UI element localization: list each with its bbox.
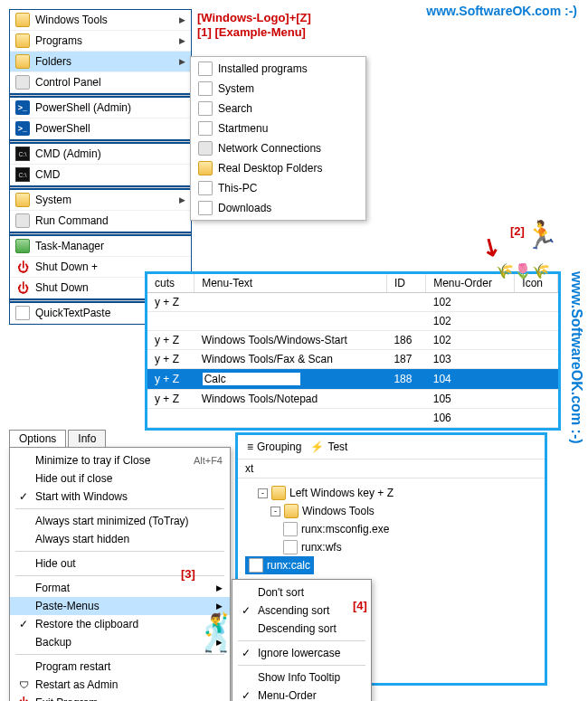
table-row[interactable]: y + ZWindows Tools/Windows-Start186102 bbox=[147, 331, 558, 350]
cell-id[interactable] bbox=[386, 409, 425, 428]
menu-item[interactable]: C:\CMD (Admin) bbox=[10, 144, 191, 165]
cell-text[interactable] bbox=[194, 293, 387, 312]
options-item-label: Paste-Menus bbox=[35, 600, 211, 612]
options-item[interactable]: Format▶ bbox=[10, 579, 230, 597]
cell-text[interactable] bbox=[194, 369, 387, 390]
cell-order[interactable]: 104 bbox=[426, 369, 515, 390]
cell-cut[interactable]: y + Z bbox=[147, 331, 194, 350]
cell-id[interactable] bbox=[386, 293, 425, 312]
menu-item-label: Shut Down bbox=[35, 281, 89, 294]
cell-cut[interactable] bbox=[147, 409, 194, 428]
sort-item[interactable]: ✓Ignore lowercase bbox=[232, 644, 371, 662]
menu-item[interactable]: Folders▶ bbox=[10, 52, 191, 72]
cell-order[interactable]: 105 bbox=[426, 390, 515, 409]
column-header[interactable]: ID bbox=[386, 274, 425, 293]
cell-cut[interactable]: y + Z bbox=[147, 369, 194, 390]
submenu-item[interactable]: Real Desktop Folders bbox=[193, 158, 364, 178]
cell-icon[interactable] bbox=[515, 350, 558, 369]
cell-cut[interactable] bbox=[147, 312, 194, 331]
separator bbox=[238, 640, 365, 641]
cell-order[interactable]: 106 bbox=[426, 409, 515, 428]
options-item[interactable]: Minimize to tray if CloseAlt+F4 bbox=[10, 451, 230, 469]
cell-order[interactable]: 102 bbox=[426, 312, 515, 331]
separator bbox=[15, 551, 224, 552]
menu-item[interactable]: C:\CMD bbox=[10, 165, 191, 185]
menu-item[interactable]: Control Panel bbox=[10, 72, 191, 93]
tab-options[interactable]: Options bbox=[9, 430, 66, 447]
sort-item[interactable]: Show Info Tooltip bbox=[232, 668, 371, 687]
column-header[interactable]: Menu-Text bbox=[194, 274, 387, 293]
cell-icon[interactable] bbox=[515, 390, 558, 409]
sort-item[interactable]: Descending sort bbox=[232, 620, 371, 638]
menu-item[interactable]: Programs▶ bbox=[10, 31, 191, 52]
table-row[interactable]: y + Z188104 bbox=[147, 369, 558, 390]
cmd-icon: C:\ bbox=[15, 147, 30, 161]
menu-item[interactable]: Run Command bbox=[10, 211, 191, 232]
table-row[interactable]: 106 bbox=[147, 409, 558, 428]
menu-item[interactable]: Windows Tools▶ bbox=[10, 10, 191, 31]
cell-order[interactable]: 102 bbox=[426, 331, 515, 350]
sort-item[interactable]: ✓Ascending sort bbox=[232, 602, 371, 620]
table-row[interactable]: y + ZWindows Tools/Fax & Scan187103 bbox=[147, 350, 558, 369]
options-item[interactable]: 🛡Restart as Admin bbox=[10, 676, 230, 694]
cell-id[interactable]: 186 bbox=[386, 331, 425, 350]
check-icon: ✓ bbox=[240, 647, 252, 659]
table-row[interactable]: 102 bbox=[147, 312, 558, 331]
options-item[interactable]: Always start hidden bbox=[10, 530, 230, 548]
cell-icon[interactable] bbox=[515, 293, 558, 312]
menu-item-label: Task-Manager bbox=[35, 240, 104, 252]
sort-item[interactable]: Don't sort bbox=[232, 583, 371, 602]
menu-item[interactable]: System▶ bbox=[10, 190, 191, 211]
cell-order[interactable]: 103 bbox=[426, 350, 515, 369]
options-item[interactable]: ⏻Exit Program bbox=[10, 694, 230, 701]
options-item[interactable]: Hide out if close bbox=[10, 469, 230, 488]
tab-info[interactable]: Info bbox=[68, 430, 106, 447]
submenu-item[interactable]: Network Connections bbox=[193, 138, 364, 158]
cell-id[interactable] bbox=[386, 390, 425, 409]
cell-cut[interactable]: y + Z bbox=[147, 390, 194, 409]
table-row[interactable]: y + ZWindows Tools/Notepad105 bbox=[147, 390, 558, 409]
options-item[interactable]: Hide out bbox=[10, 554, 230, 573]
cell-id[interactable]: 187 bbox=[386, 350, 425, 369]
cell-text[interactable]: Windows Tools/Windows-Start bbox=[194, 331, 387, 350]
submenu-item[interactable]: Search bbox=[193, 99, 364, 118]
column-header[interactable]: cuts bbox=[147, 274, 194, 293]
menu-item[interactable]: Task-Manager bbox=[10, 236, 191, 257]
submenu-item[interactable]: System bbox=[193, 79, 364, 99]
cell-text[interactable] bbox=[194, 312, 387, 331]
ps-icon: >_ bbox=[15, 121, 30, 136]
sys-icon bbox=[15, 213, 30, 228]
cell-order[interactable]: 102 bbox=[426, 293, 515, 312]
submenu-item[interactable]: Startmenu bbox=[193, 118, 364, 138]
options-item-label: Restart as Admin bbox=[35, 678, 223, 691]
cell-id[interactable] bbox=[386, 312, 425, 331]
cell-edit-input[interactable] bbox=[202, 372, 301, 386]
options-item-label: Always start hidden bbox=[35, 533, 223, 545]
submenu-item[interactable]: Installed programs bbox=[193, 59, 364, 79]
table-row[interactable]: y + Z102 bbox=[147, 293, 558, 312]
submenu-item[interactable]: Downloads bbox=[193, 198, 364, 218]
options-item[interactable]: ✓Start with Windows bbox=[10, 488, 230, 506]
folder-icon bbox=[15, 13, 30, 27]
cell-cut[interactable]: y + Z bbox=[147, 350, 194, 369]
shortcut-label: Alt+F4 bbox=[194, 455, 223, 466]
cell-icon[interactable] bbox=[515, 331, 558, 350]
cell-icon[interactable] bbox=[515, 312, 558, 331]
cell-id[interactable]: 188 bbox=[386, 369, 425, 390]
cell-cut[interactable]: y + Z bbox=[147, 293, 194, 312]
folder-icon bbox=[198, 161, 213, 175]
page-icon bbox=[198, 181, 213, 195]
options-item[interactable]: Program restart bbox=[10, 658, 230, 676]
submenu-item[interactable]: This-PC bbox=[193, 178, 364, 198]
paste-menus-submenu: Don't sort✓Ascending sortDescending sort… bbox=[232, 579, 372, 701]
cell-icon[interactable] bbox=[515, 369, 558, 390]
page-icon bbox=[198, 201, 213, 215]
options-item[interactable]: Always start minimized (ToTray) bbox=[10, 512, 230, 530]
cell-icon[interactable] bbox=[515, 409, 558, 428]
menu-item[interactable]: >_PowerShell bbox=[10, 118, 191, 139]
cell-text[interactable]: Windows Tools/Fax & Scan bbox=[194, 350, 387, 369]
cell-text[interactable]: Windows Tools/Notepad bbox=[194, 390, 387, 409]
cell-text[interactable] bbox=[194, 409, 387, 428]
sort-item[interactable]: ✓Menu-Order bbox=[232, 687, 371, 701]
menu-item[interactable]: >_PowerShell (Admin) bbox=[10, 98, 191, 118]
